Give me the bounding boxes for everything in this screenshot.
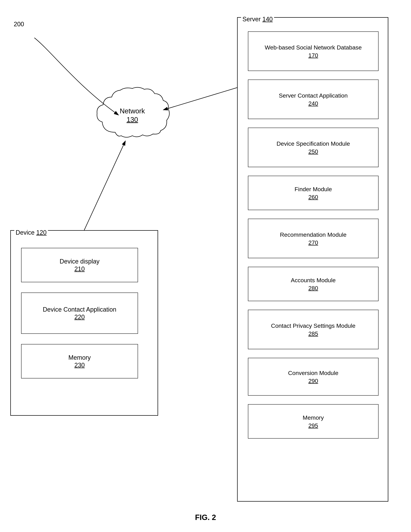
- network-area: Network 130: [83, 65, 182, 165]
- server-box-7: Conversion Module 290: [248, 358, 379, 396]
- device-memory-box: Memory 230: [21, 344, 138, 379]
- server-box-6: Contact Privacy Settings Module 285: [248, 310, 379, 349]
- server-box-2: Device Specification Module 250: [248, 128, 379, 167]
- fig-caption: FIG. 2: [195, 513, 216, 522]
- svg-text:Network: Network: [120, 107, 145, 115]
- svg-text:130: 130: [127, 116, 138, 123]
- device-contact-app-box: Device Contact Application 220: [21, 293, 138, 334]
- diagram: 200 Network 130 Device 120 Device displa…: [0, 0, 411, 532]
- device-label: Device 120: [14, 229, 48, 236]
- cloud-shape: Network 130: [93, 84, 172, 146]
- server-box-0: Web-based Social Network Database 170: [248, 31, 379, 71]
- server-label: Server 140: [241, 16, 274, 23]
- server-box-1: Server Contact Application 240: [248, 80, 379, 119]
- server-box-4: Recommendation Module 270: [248, 219, 379, 258]
- label-200: 200: [14, 21, 24, 28]
- device-display-box: Device display 210: [21, 248, 138, 282]
- server-box: Server 140 Web-based Social Network Data…: [237, 17, 388, 502]
- device-box: Device 120 Device display 210 Device Con…: [10, 230, 158, 416]
- server-box-5: Accounts Module 280: [248, 267, 379, 301]
- server-box-8: Memory 295: [248, 404, 379, 438]
- server-box-3: Finder Module 260: [248, 176, 379, 210]
